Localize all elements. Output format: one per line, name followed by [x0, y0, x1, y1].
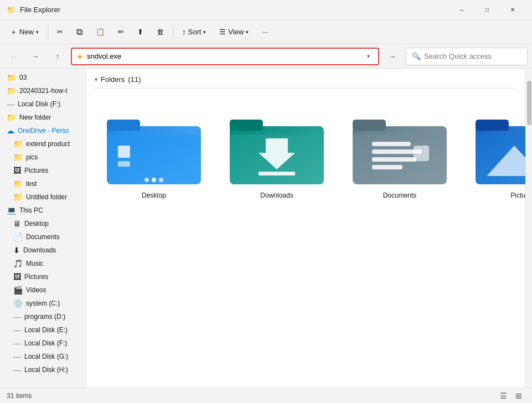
- share-icon: ⬆: [137, 28, 143, 36]
- address-input-wrap: ★ ▾: [71, 48, 379, 65]
- sidebar-item-systemc[interactable]: 💿 system (C:): [0, 297, 85, 310]
- minimize-button[interactable]: –: [449, 0, 474, 20]
- share-button[interactable]: ⬆: [132, 24, 149, 39]
- sidebar-item-20240321[interactable]: 📁 20240321-how-t: [0, 84, 85, 97]
- svg-rect-22: [476, 120, 509, 131]
- address-input[interactable]: [87, 52, 363, 60]
- pictures-icon: 🖼: [13, 166, 21, 175]
- sidebar-item-label: Documents: [26, 233, 60, 241]
- sidebar-item-label: Pictures: [24, 167, 48, 174]
- sidebar-item-label: This PC: [19, 206, 43, 214]
- sidebar-item-label: 03: [19, 74, 27, 81]
- address-bar: ← → ↑ ★ ▾ → 🔍: [0, 44, 532, 69]
- sidebar-item-onedrive[interactable]: ☁ OneDrive - Perso: [0, 124, 85, 137]
- sidebar-item-test[interactable]: 📁 test: [0, 177, 85, 190]
- title-bar: 📁 File Explorer – □ ✕: [0, 0, 532, 20]
- sort-label: Sort: [188, 28, 202, 36]
- paste-button[interactable]: 📋: [90, 24, 110, 39]
- sort-button[interactable]: ↕ Sort ▾: [177, 24, 211, 39]
- folder-icon: 📁: [13, 140, 23, 148]
- sidebar-item-thispc[interactable]: 💻 This PC: [0, 204, 85, 217]
- folder-item-documents[interactable]: Documents: [343, 100, 457, 204]
- sidebar-item-music[interactable]: 🎵 Music: [0, 257, 85, 270]
- sidebar-item-label: programs (D:): [24, 313, 65, 321]
- drive-icon: —: [13, 339, 21, 348]
- svg-rect-18: [372, 157, 416, 162]
- svg-point-4: [152, 178, 156, 182]
- cut-button[interactable]: ✂: [51, 24, 69, 39]
- sidebar-item-programsd[interactable]: — programs (D:): [0, 310, 85, 323]
- delete-icon: 🗑: [157, 28, 164, 36]
- more-button[interactable]: ···: [256, 24, 273, 39]
- sidebar-item-pictures-od[interactable]: 🖼 Pictures: [0, 164, 85, 177]
- folders-label: Folders: [101, 75, 125, 84]
- search-input[interactable]: [424, 52, 521, 60]
- rename-button[interactable]: ✏: [112, 24, 130, 39]
- view-chevron-icon: ▾: [246, 29, 249, 35]
- folder-icon: 📁: [13, 193, 23, 202]
- folders-count: (11): [128, 75, 141, 84]
- sidebar-item-label: New folder: [19, 113, 51, 121]
- svg-rect-19: [372, 165, 402, 169]
- sidebar-item-label: extend product: [26, 140, 70, 148]
- sidebar-item-pics[interactable]: 📁 pics: [0, 151, 85, 164]
- sidebar-item-label: test: [26, 180, 37, 188]
- sort-icon: ↕: [182, 28, 186, 36]
- delete-button[interactable]: 🗑: [151, 24, 169, 39]
- sidebar-item-downloads[interactable]: ⬇ Downloads: [0, 244, 85, 257]
- drive-icon: —: [13, 365, 21, 374]
- list-view-button[interactable]: ☰: [497, 389, 510, 402]
- scroll-thumb[interactable]: [527, 81, 531, 125]
- folder-thumb-documents: [347, 104, 452, 187]
- sidebar-item-localdisk-f1[interactable]: — Local Disk (F:): [0, 97, 85, 111]
- sidebar-item-03[interactable]: 📁 03: [0, 71, 85, 84]
- forward-button[interactable]: →: [27, 48, 44, 65]
- view-label: View: [228, 28, 244, 36]
- copy-button[interactable]: ⧉: [71, 24, 88, 40]
- back-button[interactable]: ←: [4, 48, 22, 65]
- sidebar-item-label: Local Disk (H:): [24, 366, 68, 374]
- close-button[interactable]: ✕: [500, 0, 525, 20]
- sidebar-item-pictures[interactable]: 🖼 Pictures: [0, 270, 85, 283]
- sidebar-item-desktop[interactable]: 🖥 Desktop: [0, 217, 85, 230]
- sidebar-item-localdiskie[interactable]: — Local Disk (E:): [0, 323, 85, 337]
- sidebar-item-label: OneDrive - Perso: [18, 127, 69, 135]
- sidebar: 📁 03 📁 20240321-how-t — Local Disk (F:) …: [0, 69, 86, 388]
- folders-chevron-icon[interactable]: ▾: [95, 76, 97, 82]
- folder-item-desktop[interactable]: Desktop: [97, 100, 211, 204]
- star-icon: ★: [76, 52, 84, 61]
- sidebar-item-label: Videos: [26, 286, 46, 294]
- folder-item-downloads[interactable]: Downloads: [220, 100, 334, 204]
- sidebar-item-label: Local Disk (G:): [24, 353, 68, 360]
- folder-item-pictures[interactable]: Pictures: [466, 100, 525, 204]
- sidebar-item-documents[interactable]: 📄 Documents: [0, 230, 85, 244]
- sidebar-item-localdiskg[interactable]: — Local Disk (G:): [0, 350, 85, 363]
- app-icon: 📁: [7, 6, 16, 14]
- grid-view-button[interactable]: ⊞: [512, 389, 525, 402]
- sidebar-item-label: Local Disk (F:): [18, 100, 60, 108]
- drive-icon: —: [13, 312, 21, 321]
- go-button[interactable]: →: [384, 48, 401, 65]
- scroll-track[interactable]: [525, 69, 532, 388]
- svg-point-3: [144, 178, 149, 182]
- toolbar-separator-1: [48, 25, 48, 39]
- cloud-icon: ☁: [7, 126, 14, 135]
- copy-icon: ⧉: [76, 27, 82, 37]
- up-button[interactable]: ↑: [49, 48, 66, 65]
- sidebar-item-extendproduct[interactable]: 📁 extend product: [0, 137, 85, 151]
- new-button[interactable]: ＋ New ▾: [4, 24, 44, 40]
- view-button[interactable]: ☰ View ▾: [214, 24, 254, 39]
- search-icon: 🔍: [412, 52, 421, 60]
- sidebar-item-label: Local Disk (E:): [24, 326, 68, 334]
- sidebar-item-localdiskf[interactable]: — Local Disk (F:): [0, 337, 85, 350]
- sidebar-item-videos[interactable]: 🎬 Videos: [0, 283, 85, 297]
- sidebar-item-label: Untitled folder: [26, 193, 67, 201]
- status-bar: 31 items ☰ ⊞: [0, 388, 532, 403]
- new-chevron-icon: ▾: [36, 29, 39, 35]
- address-chevron-icon[interactable]: ▾: [363, 51, 374, 62]
- maximize-button[interactable]: □: [474, 0, 500, 20]
- sidebar-item-localdiskh[interactable]: — Local Disk (H:): [0, 363, 85, 376]
- sidebar-item-newfolder[interactable]: 📁 New folder: [0, 111, 85, 124]
- sidebar-item-untitled[interactable]: 📁 Untitled folder: [0, 190, 85, 204]
- svg-rect-6: [118, 146, 130, 158]
